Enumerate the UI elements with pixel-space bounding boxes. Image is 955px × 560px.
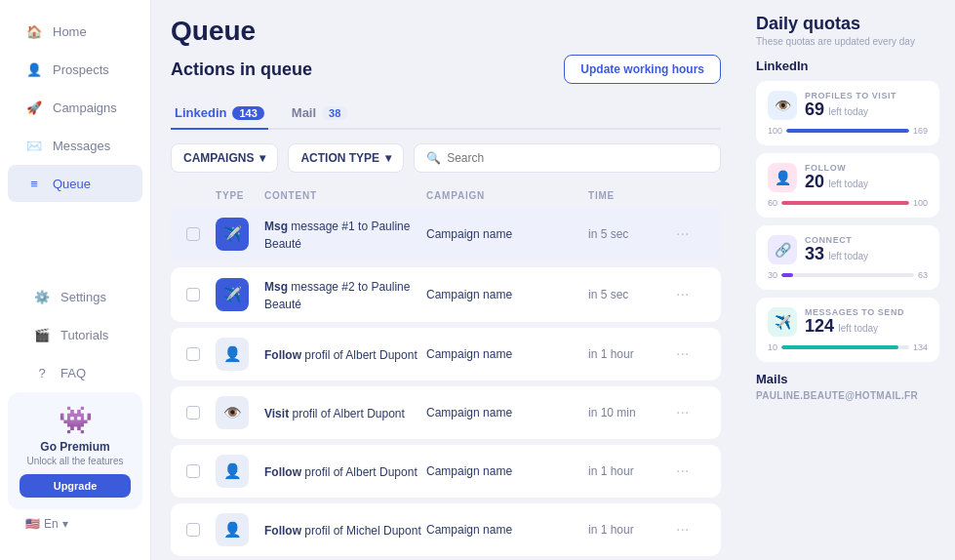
quota-count: 69 [805, 100, 824, 119]
sidebar-item-queue[interactable]: ≡ Queue [8, 165, 142, 202]
tab-linkedin[interactable]: Linkedin 143 [171, 98, 268, 130]
row-time: in 1 hour [588, 523, 676, 537]
row-time: in 1 hour [588, 464, 676, 478]
progress-min: 10 [768, 342, 777, 352]
linkedin-section-label: LinkedIn [756, 59, 939, 73]
progress-max: 134 [913, 342, 928, 352]
search-input[interactable] [447, 151, 708, 165]
queue-panel: Queue Actions in queue Update working ho… [151, 0, 740, 560]
row-more-button[interactable]: ··· [676, 404, 705, 421]
row-checkbox-cell [186, 347, 216, 361]
row-checkbox[interactable] [186, 464, 200, 478]
progress-row: 100 169 [768, 126, 928, 136]
language-label: En [44, 517, 59, 531]
quota-icon: 👁️ [768, 91, 797, 120]
row-checkbox[interactable] [186, 406, 200, 420]
row-time: in 10 min [588, 406, 676, 420]
content-area: Queue Actions in queue Update working ho… [151, 0, 955, 560]
quota-card-connect: 🔗 CONNECT 33 left today 30 63 [756, 225, 939, 290]
sidebar-item-campaigns[interactable]: 🚀 Campaigns [8, 89, 142, 126]
table-row[interactable]: 👤 Follow profil of Michel Dupont Campaig… [171, 503, 721, 556]
sidebar-item-label: Tutorials [60, 328, 108, 342]
sidebar-item-settings[interactable]: ⚙️ Settings [16, 278, 135, 315]
action-type-chevron-icon: ▾ [385, 151, 391, 165]
sidebar-item-label: Settings [60, 290, 106, 304]
sidebar-item-label: Campaigns [53, 100, 117, 115]
campaigns-icon: 🚀 [25, 99, 43, 116]
sidebar-item-label: FAQ [60, 366, 86, 380]
header-checkbox [186, 190, 216, 201]
quota-header: 👁️ PROFILES TO VISIT 69 left today [768, 91, 928, 120]
campaigns-dropdown[interactable]: CAMPAIGNS ▾ [171, 143, 278, 173]
quota-icon: 👤 [768, 163, 797, 192]
update-hours-button[interactable]: Update working hours [564, 55, 721, 84]
tab-badge: 143 [232, 106, 263, 120]
progress-bar [781, 273, 914, 277]
tutorials-icon: 🎬 [33, 326, 51, 343]
upgrade-button[interactable]: Upgrade [20, 474, 131, 498]
progress-fill [781, 345, 898, 349]
progress-bar [786, 129, 909, 133]
sidebar-item-faq[interactable]: ? FAQ [16, 354, 135, 391]
row-more-button[interactable]: ··· [676, 345, 705, 363]
quota-card-messages-to-send: ✈️ MESSAGES TO SEND 124 left today 10 13… [756, 298, 939, 362]
quota-label: left today [828, 106, 868, 117]
progress-row: 30 63 [768, 270, 928, 280]
row-more-button[interactable]: ··· [676, 225, 705, 243]
action-icon-visit: 👁️ [216, 396, 249, 429]
quota-count: 20 [805, 172, 824, 191]
row-more-button[interactable]: ··· [676, 521, 705, 539]
action-type-dropdown[interactable]: ACTION TYPE ▾ [288, 143, 404, 173]
row-checkbox-cell [186, 227, 216, 241]
sidebar-item-label: Queue [53, 177, 91, 191]
search-box[interactable]: 🔍 [414, 143, 721, 173]
progress-fill [781, 201, 909, 205]
row-time: in 1 hour [588, 347, 676, 361]
quota-label: left today [828, 251, 868, 261]
table-row[interactable]: 👤 Follow profil of Albert Dupont Campaig… [171, 445, 721, 498]
row-checkbox[interactable] [186, 523, 200, 537]
row-checkbox[interactable] [186, 227, 200, 241]
row-checkbox[interactable] [186, 288, 200, 301]
table-container: TYPE CONTENT CAMPAIGN TIME ✈️ Msg messag… [171, 184, 721, 556]
quota-info: PROFILES TO VISIT 69 left today [805, 91, 896, 120]
row-content: Visit profil of Albert Dupont [264, 404, 426, 421]
row-content: Msg message #2 to Pauline Beauté [264, 277, 426, 312]
row-content: Follow profil of Albert Dupont [264, 345, 426, 363]
tab-mail[interactable]: Mail 38 [288, 98, 352, 130]
header-type: TYPE [216, 190, 264, 201]
chevron-down-icon: ▾ [62, 517, 68, 531]
premium-title: Go Premium [20, 440, 131, 454]
sidebar-item-tutorials[interactable]: 🎬 Tutorials [16, 316, 135, 353]
row-more-button[interactable]: ··· [676, 286, 705, 303]
sidebar-item-prospects[interactable]: 👤 Prospects [8, 51, 142, 88]
sidebar-item-messages[interactable]: ✉️ Messages [8, 127, 142, 164]
quota-label: left today [828, 179, 868, 189]
premium-card: 👾 Go Premium Unlock all the features Upg… [8, 392, 142, 509]
table-header: TYPE CONTENT CAMPAIGN TIME [171, 184, 721, 207]
queue-icon: ≡ [25, 175, 43, 192]
table-row[interactable]: ✈️ Msg message #1 to Pauline Beauté Camp… [171, 207, 721, 261]
filters-row: CAMPAIGNS ▾ ACTION TYPE ▾ 🔍 [171, 143, 721, 173]
row-more-button[interactable]: ··· [676, 462, 705, 480]
row-content: Follow profil of Michel Dupont [264, 521, 426, 539]
sidebar-item-label: Home [53, 24, 87, 39]
row-type-cell: ✈️ [216, 278, 264, 311]
table-row[interactable]: ✈️ Msg message #2 to Pauline Beauté Camp… [171, 267, 721, 322]
row-time: in 5 sec [588, 288, 676, 301]
quota-card-follow: 👤 FOLLOW 20 left today 60 100 [756, 153, 939, 218]
table-row[interactable]: 👤 Follow profil of Albert Dupont Campaig… [171, 328, 721, 380]
row-campaign: Campaign name [426, 227, 588, 241]
row-checkbox-cell [186, 523, 216, 537]
row-type-cell: ✈️ [216, 218, 264, 251]
sidebar-item-home[interactable]: 🏠 Home [8, 13, 142, 50]
language-selector[interactable]: 🇺🇸 En ▾ [8, 509, 142, 539]
header-campaign: CAMPAIGN [426, 190, 588, 201]
progress-row: 10 134 [768, 342, 928, 352]
quota-info: CONNECT 33 left today [805, 235, 868, 264]
progress-fill [786, 129, 909, 133]
campaigns-chevron-icon: ▾ [259, 151, 265, 165]
row-checkbox[interactable] [186, 347, 200, 361]
table-row[interactable]: 👁️ Visit profil of Albert Dupont Campaig… [171, 386, 721, 439]
quota-header: 🔗 CONNECT 33 left today [768, 235, 928, 264]
